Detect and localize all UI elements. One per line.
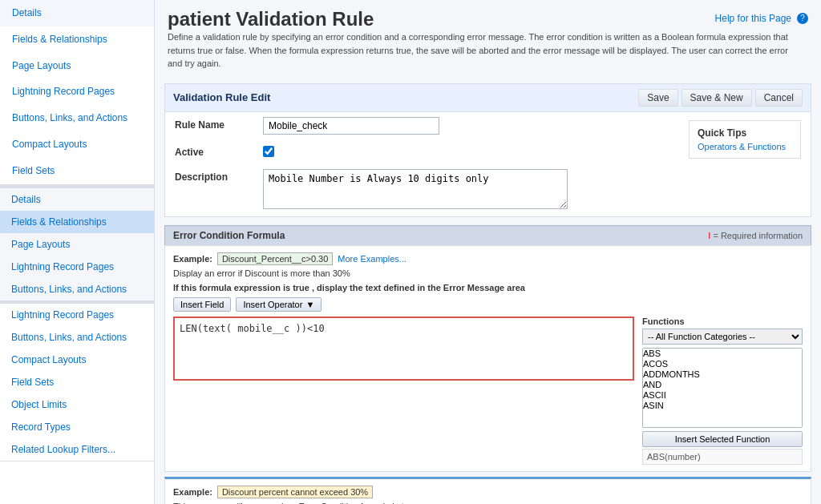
operators-functions-link[interactable]: Operators & Functions <box>698 142 786 151</box>
sidebar-item-lightning-record-pages3[interactable]: Lightning Record Pages <box>0 304 154 326</box>
insert-selected-function-btn[interactable]: Insert Selected Function <box>642 431 803 447</box>
error-message-section: Example: Discount percent cannot exceed … <box>164 477 811 505</box>
sidebar-section-3: Lightning Record Pages Buttons, Links, a… <box>0 304 154 462</box>
sidebar-item-fields-relationships[interactable]: Fields & Relationships <box>0 26 154 53</box>
example-row: Example: Discount_Percent__c>0.30 More E… <box>173 252 803 265</box>
active-label: Active <box>175 144 263 158</box>
sidebar-item-buttons-links-actions3[interactable]: Buttons, Links, and Actions <box>0 326 154 349</box>
error-note: This message will appear when Error Cond… <box>173 502 803 505</box>
description-row: Description <box>165 164 679 216</box>
rule-name-label: Rule Name <box>175 117 263 131</box>
save-button-top[interactable]: Save <box>638 89 677 107</box>
more-examples-link[interactable]: More Examples... <box>338 254 406 264</box>
sidebar-item-lightning-record-pages2[interactable]: Lightning Record Pages <box>0 256 154 278</box>
sidebar: Details Fields & Relationships Page Layo… <box>0 0 155 504</box>
sidebar-item-page-layouts[interactable]: Page Layouts <box>0 53 154 79</box>
sidebar-item-details2[interactable]: Details <box>0 188 154 211</box>
sidebar-item-lightning-record-pages[interactable]: Lightning Record Pages <box>0 79 154 105</box>
sidebar-item-record-types[interactable]: Record Types <box>0 416 154 438</box>
sidebar-section-1: Details Fields & Relationships Page Layo… <box>0 0 154 185</box>
top-bar: patient Validation Rule Help for this Pa… <box>155 0 821 30</box>
sidebar-item-buttons-links-actions[interactable]: Buttons, Links, and Actions <box>0 105 154 131</box>
display-note: Display an error if Discount is more tha… <box>173 268 803 278</box>
formula-toolbar: Insert Field Insert Operator ▼ <box>173 297 803 312</box>
sidebar-item-page-layouts2[interactable]: Page Layouts <box>0 233 154 256</box>
validation-rule-edit-box: Validation Rule Edit Save Save & New Can… <box>164 83 811 217</box>
cancel-button-top[interactable]: Cancel <box>755 89 803 107</box>
formula-editor: LEN(text( mobile__c ))<10 <box>173 317 634 465</box>
quick-tips-panel: Quick Tips Operators & Functions <box>679 112 811 216</box>
sidebar-item-related-lookup-filters[interactable]: Related Lookup Filters... <box>0 438 154 461</box>
error-condition-body: Example: Discount_Percent__c>0.30 More E… <box>164 245 811 472</box>
rule-name-value <box>263 117 669 135</box>
sidebar-item-fields-relationships2[interactable]: Fields & Relationships <box>0 211 154 233</box>
sidebar-item-compact-layouts3[interactable]: Compact Layouts <box>0 349 154 371</box>
example-value: Discount_Percent__c>0.30 <box>217 252 333 265</box>
sidebar-item-buttons-links-actions2[interactable]: Buttons, Links, and Actions <box>0 278 154 300</box>
quick-tips-title: Quick Tips <box>698 127 792 139</box>
sidebar-section-2: Details Fields & Relationships Page Layo… <box>0 188 154 300</box>
active-row: Active <box>165 139 679 164</box>
error-example-row: Example: Discount percent cannot exceed … <box>173 486 803 498</box>
sidebar-item-details[interactable]: Details <box>0 0 154 26</box>
required-note: I = Required information <box>708 231 803 240</box>
quick-tips-box: Quick Tips Operators & Functions <box>689 120 801 159</box>
rule-name-row: Rule Name <box>165 112 679 139</box>
sidebar-item-compact-layouts[interactable]: Compact Layouts <box>0 131 154 158</box>
function-preview: ABS(number) <box>642 449 803 465</box>
help-link[interactable]: Help for this Page ? <box>715 13 808 24</box>
functions-list[interactable]: ABS ACOS ADDMONTHS AND ASCII ASIN <box>642 348 803 428</box>
formula-input[interactable]: LEN(text( mobile__c ))<10 <box>173 317 634 381</box>
header-actions: Save Save & New Cancel <box>638 89 803 107</box>
dropdown-arrow-icon: ▼ <box>305 300 314 309</box>
formula-note: If this formula expression is true , dis… <box>173 283 803 292</box>
save-new-button-top[interactable]: Save & New <box>681 89 752 107</box>
functions-category-select[interactable]: -- All Function Categories -- <box>642 329 803 345</box>
page-description: Define a validation rule by specifying a… <box>168 30 793 71</box>
error-condition-section: Error Condition Formula I = Required inf… <box>164 225 811 472</box>
help-icon: ? <box>797 13 808 24</box>
formula-area-wrapper: LEN(text( mobile__c ))<10 Functions -- A… <box>173 317 803 465</box>
description-textarea[interactable] <box>263 169 568 209</box>
sidebar-item-field-sets[interactable]: Field Sets <box>0 158 154 184</box>
description-label: Description <box>175 169 263 183</box>
functions-panel: Functions -- All Function Categories -- … <box>642 317 803 465</box>
active-checkbox[interactable] <box>263 146 274 157</box>
sidebar-item-field-sets3[interactable]: Field Sets <box>0 371 154 393</box>
validation-rule-edit-header: Validation Rule Edit Save Save & New Can… <box>165 84 811 112</box>
insert-field-btn[interactable]: Insert Field <box>173 297 231 312</box>
insert-operator-btn[interactable]: Insert Operator ▼ <box>236 297 322 312</box>
functions-label: Functions <box>642 317 803 326</box>
main-content: patient Validation Rule Help for this Pa… <box>155 0 821 504</box>
error-condition-header: Error Condition Formula I = Required inf… <box>164 225 811 245</box>
rule-name-input[interactable] <box>263 117 439 135</box>
page-title: patient Validation Rule <box>168 8 374 30</box>
sidebar-item-object-limits[interactable]: Object Limits <box>0 393 154 416</box>
error-example-value: Discount percent cannot exceed 30% <box>217 486 373 498</box>
